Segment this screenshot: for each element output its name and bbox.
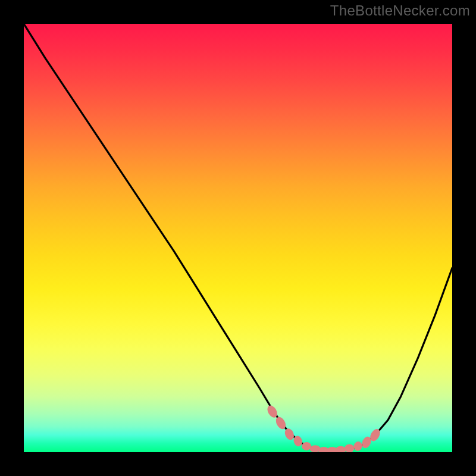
svg-point-10 <box>352 440 363 452</box>
chart-frame: TheBottleNecker.com <box>0 0 476 476</box>
plot-area <box>24 24 452 452</box>
bottleneck-curve-path <box>24 24 452 451</box>
svg-point-9 <box>345 444 354 453</box>
chart-svg <box>24 24 452 452</box>
highlight-band <box>265 404 382 452</box>
svg-point-8 <box>336 446 346 452</box>
watermark-text: TheBottleNecker.com <box>330 2 470 19</box>
